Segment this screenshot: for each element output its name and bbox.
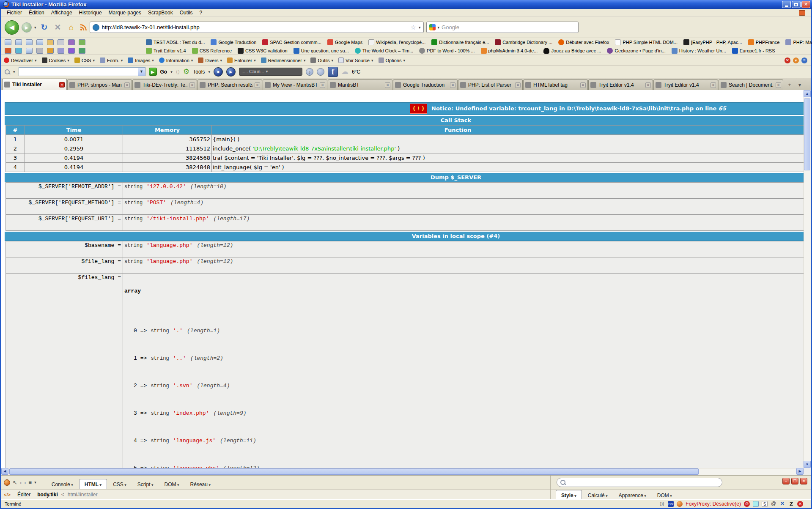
- bookmark[interactable]: [EasyPHP - PHP, Apac...: [683, 39, 742, 45]
- breadcrumb-node[interactable]: body.tiki: [37, 492, 58, 498]
- bookmark-icon[interactable]: [15, 39, 22, 45]
- bookmark-icon[interactable]: [58, 39, 64, 45]
- facebook-icon[interactable]: f: [328, 67, 338, 77]
- bookmark[interactable]: Geckozone • Page d'in...: [607, 48, 665, 54]
- firebug-minimize-icon[interactable]: −: [782, 478, 790, 484]
- player-track-display[interactable]: ..... Coun... ▾: [239, 68, 302, 76]
- tab-close-button[interactable]: ✕: [776, 82, 781, 88]
- quick-search-combo[interactable]: ▼: [19, 67, 145, 76]
- menu-item[interactable]: Édition: [26, 9, 47, 16]
- webdev-menu-item[interactable]: Divers ▾: [198, 57, 222, 63]
- bookmark-icon[interactable]: [79, 39, 85, 45]
- weather-cloud-icon[interactable]: ☁: [341, 67, 348, 76]
- tab[interactable]: My View - MantisBT ✕: [263, 79, 327, 90]
- home-button[interactable]: ⌂: [66, 23, 77, 32]
- vertical-scrollbar[interactable]: ▲ ▼: [804, 90, 811, 468]
- tab-close-button[interactable]: ✕: [320, 82, 325, 88]
- url-bar[interactable]: ☆ ▾: [90, 22, 424, 33]
- menu-item[interactable]: Fichier: [4, 9, 25, 16]
- firebug-tab[interactable]: HTML ▾: [79, 479, 107, 489]
- menu-icon[interactable]: ≡: [29, 479, 32, 486]
- toolbar-options-icon[interactable]: ≡: [801, 57, 807, 63]
- tab[interactable]: PHP: List of Parser ... ✕: [458, 79, 523, 90]
- list-all-tabs-icon[interactable]: ▾: [796, 81, 804, 89]
- bookmark[interactable]: Google Maps: [327, 39, 362, 45]
- bookmark[interactable]: Cambridge Dictionary ...: [495, 39, 552, 45]
- bookmark[interactable]: PHP: Manuel PHP - Ma...: [785, 39, 812, 45]
- url-input[interactable]: [102, 24, 408, 30]
- player-stop-button[interactable]: ■: [214, 67, 223, 77]
- firebug-tab[interactable]: CSS ▾: [108, 479, 132, 489]
- back-chevron-icon[interactable]: ‹: [20, 479, 22, 486]
- search-engine-dropdown-icon[interactable]: ▾: [438, 25, 440, 30]
- url-dropdown-icon[interactable]: ▾: [419, 25, 421, 30]
- tab-close-button[interactable]: ✕: [124, 82, 130, 88]
- forward-button[interactable]: ▶: [22, 22, 32, 33]
- tab[interactable]: HTML label tag ✕: [523, 79, 588, 90]
- fvd-icon[interactable]: FVD: [668, 501, 674, 507]
- firebug-detach-icon[interactable]: ❐: [791, 478, 798, 484]
- go-button[interactable]: ▶: [149, 68, 157, 76]
- extension-icon[interactable]: [753, 501, 759, 507]
- rss-button[interactable]: [80, 24, 87, 31]
- tab-close-button[interactable]: ✕: [385, 82, 390, 88]
- inspect-icon[interactable]: ↖: [13, 479, 17, 486]
- tab[interactable]: Tryit Editor v1.4 ✕: [653, 79, 718, 90]
- history-dropdown-icon[interactable]: ▾: [34, 25, 36, 30]
- firebug-tab[interactable]: Réseau ▾: [185, 479, 216, 489]
- webdev-menu-item[interactable]: Images ▾: [128, 57, 154, 63]
- forward-chevron-icon[interactable]: ›: [24, 479, 26, 486]
- bookmark-icon[interactable]: [68, 39, 75, 45]
- tab-close-button[interactable]: ✕: [59, 82, 65, 88]
- gear-icon[interactable]: ⚙: [183, 67, 189, 76]
- bookmark-icon[interactable]: [79, 48, 85, 54]
- stop-button[interactable]: ✕: [52, 22, 63, 32]
- xmarks-icon[interactable]: ✕: [779, 501, 785, 507]
- toolbar-close-icon[interactable]: ✕: [785, 57, 790, 63]
- webdev-menu-item[interactable]: Cookies ▾: [42, 57, 69, 63]
- bookmark[interactable]: SPAC Gestion commm...: [262, 39, 321, 45]
- webdev-menu-item[interactable]: Entourer ▾: [227, 57, 256, 63]
- mail-status-icon[interactable]: @: [771, 501, 776, 507]
- tab-close-button[interactable]: ✕: [710, 82, 716, 88]
- scroll-left-icon[interactable]: ◀: [1, 468, 8, 475]
- chevron-down-icon[interactable]: ▾: [34, 480, 36, 484]
- tab[interactable]: Google Traduction ✕: [393, 79, 458, 90]
- firebug-tab[interactable]: Console ▾: [47, 479, 78, 489]
- bookmark[interactable]: The World Clock – Tim...: [355, 48, 413, 54]
- tab[interactable]: Search | Document... ✕: [719, 79, 783, 90]
- bookmark[interactable]: Dictionnaire français e...: [431, 39, 489, 45]
- firebug-side-tab[interactable]: Style ▾: [556, 490, 582, 500]
- scroll-right-icon[interactable]: ▶: [796, 468, 804, 475]
- webdev-menu-item[interactable]: Form. ▾: [100, 57, 123, 63]
- scrapbook-icon[interactable]: [799, 10, 805, 16]
- bookmark[interactable]: Google Traduction: [211, 39, 256, 45]
- menu-item[interactable]: ScrapBook: [145, 9, 176, 16]
- bookmark[interactable]: History : Weather Un...: [672, 48, 726, 54]
- tab[interactable]: PHP: Search results ✕: [198, 79, 262, 90]
- menu-item[interactable]: Historique: [76, 9, 105, 16]
- webdev-menu-item[interactable]: Redimensionner ▾: [261, 57, 306, 63]
- search-icon[interactable]: [5, 69, 10, 74]
- stylish-icon[interactable]: S: [762, 501, 768, 507]
- webdev-menu-item[interactable]: Voir Source ▾: [338, 57, 373, 63]
- bookmark[interactable]: Débuter avec Firefox: [558, 39, 609, 45]
- restore-button[interactable]: [792, 1, 801, 8]
- new-tab-button[interactable]: +: [785, 81, 794, 89]
- search-engine-icon[interactable]: [429, 24, 436, 30]
- tab[interactable]: PHP: strripos - Man... ✕: [67, 79, 132, 90]
- webdev-menu-item[interactable]: Outils ▾: [310, 57, 333, 63]
- bookmark[interactable]: phpMyAdmin 3.4.0-de...: [481, 48, 538, 54]
- bookmark[interactable]: PDF to Word - 100% ...: [419, 48, 475, 54]
- tab-close-button[interactable]: ✕: [580, 82, 586, 88]
- bookmark-icon[interactable]: [68, 48, 75, 54]
- vertical-scroll-thumb[interactable]: [804, 99, 810, 170]
- volume-down-button[interactable]: −: [317, 68, 324, 76]
- horizontal-scroll-thumb[interactable]: [9, 468, 699, 475]
- bookmark-star-icon[interactable]: ☆: [411, 24, 416, 31]
- tab-close-button[interactable]: ✕: [515, 82, 521, 88]
- player-play-button[interactable]: ▶: [226, 67, 236, 77]
- firebug-tab[interactable]: Script ▾: [132, 479, 159, 489]
- chevron-down-icon[interactable]: ▾: [170, 70, 173, 74]
- menu-item[interactable]: ?: [196, 9, 205, 16]
